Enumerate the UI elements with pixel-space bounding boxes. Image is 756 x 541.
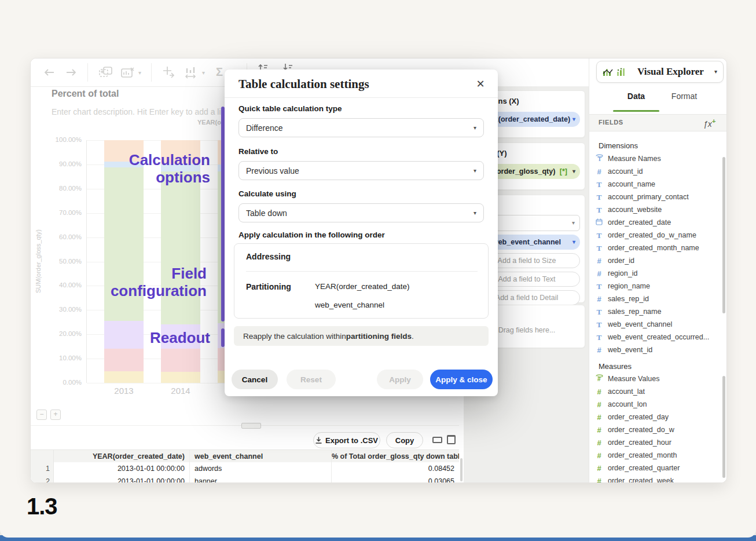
y-axis-title: SUM(order_gloss_qty) [35,180,43,342]
field-item[interactable]: Taccount_name [594,178,725,191]
sigma-calculation-icon[interactable]: Σ [216,65,223,79]
select-caret-icon: ▾ [474,125,476,131]
back-arrow-icon[interactable] [43,68,55,76]
text-icon: T [594,179,604,189]
field-item[interactable]: #order_created_hour [594,436,725,449]
text-icon: T [594,243,604,253]
field-item[interactable]: TMeasure Names [594,152,725,165]
field-item[interactable]: #account_lon [594,398,725,411]
cancel-button[interactable]: Cancel [232,370,278,389]
pill-caret-icon[interactable]: ▾ [572,116,575,122]
pill-caret-icon[interactable]: ▾ [572,239,575,245]
field-item[interactable]: #order_created_do_w [594,423,725,436]
chevron-down-icon[interactable]: ▾ [714,69,717,75]
zoom-out-button[interactable]: − [36,410,47,420]
field-item[interactable]: #order_created_month [594,449,725,462]
minimize-panel-icon[interactable] [432,437,442,443]
field-item[interactable]: Tregion_name [594,280,725,293]
field-item[interactable]: order_created_date [594,216,725,229]
add-calculated-field-icon[interactable]: ƒx+ [703,117,716,129]
partitioning-field: web_event_channel [315,301,384,309]
calculate-using-select[interactable]: Table down▾ [238,203,484,222]
bar-segment-2014[interactable] [161,171,200,324]
annotation-readout: Readout [83,329,210,346]
y-axis-tick: 90.00% [54,160,82,169]
dimensions-list: TMeasure Names#account_idTaccount_nameTa… [594,151,725,355]
quick-type-label: Quick table calculation type [238,104,342,113]
field-item[interactable]: #Measure Values [594,372,725,385]
pill-caret-icon[interactable]: ▾ [572,169,575,174]
quick-type-select[interactable]: Difference▾ [238,118,484,137]
field-item[interactable]: Torder_created_month_name [594,242,725,254]
tab-data[interactable]: Data [613,92,659,104]
apply-button[interactable]: Apply [377,370,423,389]
addressing-label: Addressing [246,252,291,261]
chart-description-placeholder[interactable]: Enter chart description. Hit Enter key t… [52,107,230,116]
field-item[interactable]: #account_id [594,165,725,178]
table-scrollbar[interactable] [460,458,463,481]
bar-line-chart-icon [603,68,613,76]
field-item[interactable]: #order_id [594,254,725,267]
annotation-field-configuration: Field configuration [79,265,207,299]
dimensions-scrollbar[interactable] [722,157,725,313]
apply-and-close-button[interactable]: Apply & close [430,370,493,389]
panel-drag-handle[interactable] [241,423,261,429]
export-csv-button[interactable]: Export to .CSV [313,432,380,448]
number-icon: # [594,268,604,279]
table-header-year[interactable]: YEAR(order_created_date) [54,450,190,463]
bar-segment-2014[interactable] [161,372,200,383]
toolbar-divider [87,63,88,82]
chart-type-caret-icon[interactable]: ▾ [202,70,205,76]
field-item[interactable]: #order_created_day [594,411,725,423]
field-item[interactable]: Taccount_website [594,203,725,216]
number-icon: # [594,476,604,482]
fields-label: FIELDS [599,119,623,126]
field-item[interactable]: Tweb_event_created_occurred... [594,331,725,343]
bar-segment-2013[interactable] [104,349,144,371]
bar-segment-2013[interactable] [104,371,144,383]
select-caret-icon: ▾ [474,168,476,174]
tab-format[interactable]: Format [661,92,707,104]
field-item[interactable]: #order_created_week [594,474,725,482]
select-caret-icon: ▾ [572,220,575,226]
chart-title[interactable]: Percent of total [52,89,119,99]
chart-type-icon[interactable] [185,66,199,79]
copy-button[interactable]: Copy [386,432,423,448]
field-item[interactable]: #account_lat [594,385,725,398]
table-header-row: YEAR(order_created_date) web_event_chann… [31,449,459,463]
visual-explorer-selector[interactable]: Visual Explorer ▾ [596,61,724,83]
forward-arrow-icon[interactable] [65,68,77,76]
zoom-in-button[interactable]: + [50,410,61,420]
remove-chart-icon[interactable] [121,67,135,78]
swap-axes-icon[interactable] [163,66,175,79]
maximize-panel-icon[interactable] [447,435,456,444]
remove-chart-caret-icon[interactable]: ▾ [138,70,141,76]
bar-segment-2014[interactable] [161,349,200,371]
number-icon: # [594,166,604,177]
close-icon[interactable]: ✕ [474,77,487,91]
number-icon: # [594,345,604,355]
measures-scrollbar[interactable] [722,376,725,478]
table-header-value[interactable]: % of Total order_gloss_qty down table [332,450,459,463]
table-row[interactable]: 12013-01-01 00:00:00adwords0.08452 [31,462,459,476]
relative-to-label: Relative to [238,147,278,156]
field-item[interactable]: Tsales_rep_name [594,305,725,318]
measure-names-icon: T [594,153,604,164]
table-header-channel[interactable]: web_event_channel [190,450,332,463]
field-item[interactable]: #region_id [594,267,725,280]
field-item[interactable]: #web_event_id [594,343,725,355]
field-item[interactable]: #order_created_quarter [594,462,725,474]
field-item[interactable]: Taccount_primary_contact [594,191,725,203]
field-item[interactable]: Torder_created_do_w_name [594,229,725,242]
field-item[interactable]: Tweb_event_channel [594,318,725,331]
modal-header-divider [225,97,498,98]
annotation-calculation-options: Calculation options [83,151,210,186]
reset-button[interactable]: Reset [287,370,336,389]
duplicate-chart-icon[interactable] [99,67,113,78]
field-item[interactable]: #sales_rep_id [594,293,725,305]
number-icon: # [594,399,604,410]
order-box-divider [246,271,478,272]
measure-values-icon: # [594,374,604,384]
table-row[interactable]: 22013-01-01 00:00:00banner0.03065 [31,475,459,483]
relative-to-select[interactable]: Previous value▾ [238,161,484,180]
